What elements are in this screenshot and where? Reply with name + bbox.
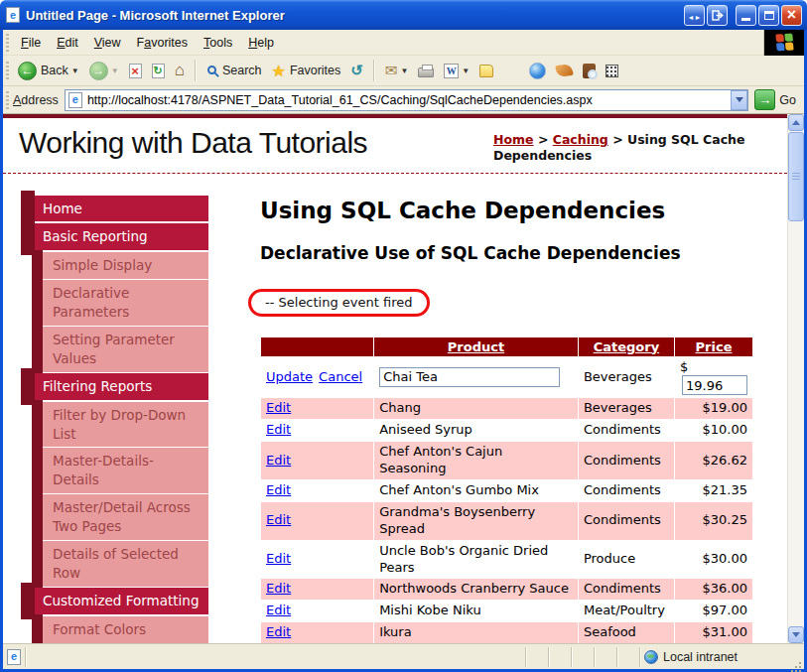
edit-link[interactable]: Edit <box>266 482 291 497</box>
address-label: Address <box>13 93 59 107</box>
sort-category-link[interactable]: Category <box>594 339 659 354</box>
forward-icon: → <box>89 62 108 80</box>
home-button[interactable] <box>170 59 190 82</box>
addon-button[interactable] <box>551 63 578 78</box>
menu-favorites[interactable]: Favorites <box>129 32 196 54</box>
sidebar-item-home[interactable]: Home <box>35 196 208 222</box>
favorites-button[interactable]: Favorites <box>267 60 346 82</box>
toolbar-grip[interactable] <box>6 34 9 52</box>
toolbar-grip[interactable] <box>6 91 9 109</box>
sidebar-nav: Home Basic Reporting Simple Display Decl… <box>21 196 208 644</box>
pixel-grid-icon <box>605 65 618 77</box>
menu-file[interactable]: File <box>13 32 49 54</box>
scrollbar-thumb[interactable] <box>788 132 804 221</box>
sort-product-link[interactable]: Product <box>448 339 504 354</box>
maximize-button[interactable] <box>758 5 779 26</box>
breadcrumb-home-link[interactable]: Home <box>493 132 534 147</box>
sidebar-item-details-of-selected-row[interactable]: Details of Selected Row <box>43 541 208 587</box>
minimize-button[interactable] <box>736 5 756 26</box>
messenger-button[interactable] <box>524 61 551 81</box>
sidebar-item-master-detail-across-two-pages[interactable]: Master/Detail Across Two Pages <box>43 494 208 540</box>
edit-link[interactable]: Edit <box>266 400 291 415</box>
selecting-event-annotation: -- Selecting event fired <box>248 289 430 317</box>
window-arrows-button[interactable] <box>684 5 705 26</box>
update-link[interactable]: Update <box>266 369 313 384</box>
sidebar-item-format-colors[interactable]: Format Colors <box>43 616 208 643</box>
products-gridview: Product Category Price UpdateCancel Beve… <box>260 336 753 644</box>
standard-toolbar: ← Back▼ → ▼ Search Favorites ▼ ▼ <box>3 56 804 86</box>
discuss-button[interactable] <box>474 63 498 79</box>
status-message-pane <box>25 647 525 667</box>
address-input[interactable]: http://localhost:4178/ASPNET_Data_Tutori… <box>65 89 748 111</box>
address-bar: Address http://localhost:4178/ASPNET_Dat… <box>3 86 804 114</box>
refresh-button[interactable] <box>147 62 170 80</box>
sidebar-item-filter-by-dropdown-list[interactable]: Filter by Drop-Down List <box>43 402 208 448</box>
price-input[interactable] <box>682 375 747 395</box>
back-dropdown-icon[interactable]: ▼ <box>71 67 79 75</box>
sidebar-item-master-details-details[interactable]: Master-Details-Details <box>43 448 208 493</box>
edit-link[interactable]: Edit <box>266 551 291 566</box>
word-dropdown-icon[interactable]: ▼ <box>462 67 470 75</box>
page-header: Working with Data Tutorials Home > Cachi… <box>3 118 787 167</box>
sidebar-item-customized-formatting[interactable]: Customized Formatting <box>35 588 208 614</box>
intranet-globe-icon <box>644 650 658 664</box>
toolbar-grip[interactable] <box>6 62 9 79</box>
edit-link[interactable]: Edit <box>266 512 291 527</box>
edit-link[interactable]: Edit <box>266 603 291 617</box>
sidebar-item-simple-display[interactable]: Simple Display <box>43 252 208 279</box>
sidebar-item-setting-parameter-values[interactable]: Setting Parameter Values <box>43 327 208 372</box>
table-row: Edit Chef Anton's Cajun Seasoning Condim… <box>261 442 753 480</box>
scroll-up-button[interactable] <box>788 114 804 131</box>
window-popout-button[interactable] <box>707 5 728 26</box>
print-button[interactable] <box>413 63 439 79</box>
history-button[interactable] <box>345 60 368 81</box>
breadcrumb-caching-link[interactable]: Caching <box>553 132 608 147</box>
fox-icon <box>556 64 575 77</box>
close-button[interactable] <box>781 5 802 26</box>
go-button[interactable] <box>754 89 775 110</box>
scrollbar-track[interactable] <box>788 222 804 626</box>
sidebar-item-filtering-reports[interactable]: Filtering Reports <box>35 373 208 400</box>
ie-page-icon <box>68 92 82 108</box>
sidebar-item-declarative-parameters[interactable]: Declarative Parameters <box>43 280 208 326</box>
search-button[interactable]: Search <box>202 62 267 79</box>
menu-view[interactable]: View <box>86 32 129 54</box>
research-button[interactable] <box>578 62 601 80</box>
scroll-down-button[interactable] <box>788 626 804 643</box>
forward-button[interactable]: → ▼ <box>84 60 124 82</box>
status-pane <box>548 647 571 667</box>
title-bar[interactable]: Untitled Page - Microsoft Internet Explo… <box>0 0 807 30</box>
resize-grip[interactable] <box>788 647 804 667</box>
back-button[interactable]: ← Back▼ <box>13 60 84 82</box>
edit-link[interactable]: Edit <box>266 422 291 437</box>
product-name-input[interactable] <box>379 367 560 387</box>
edit-link[interactable]: Edit <box>266 581 291 596</box>
menu-help[interactable]: Help <box>240 32 282 54</box>
stop-button[interactable] <box>124 62 147 80</box>
search-icon <box>207 66 216 74</box>
address-url[interactable]: http://localhost:4178/ASPNET_Data_Tutori… <box>87 93 731 107</box>
word-icon <box>444 64 459 78</box>
edit-link[interactable]: Edit <box>266 624 291 639</box>
sidebar-item-basic-reporting[interactable]: Basic Reporting <box>35 223 208 250</box>
status-pane <box>594 647 616 667</box>
edit-link[interactable]: Edit <box>266 453 291 468</box>
page-title: Using SQL Cache Dependencies <box>260 198 759 223</box>
menu-edit[interactable]: Edit <box>49 32 86 54</box>
cancel-link[interactable]: Cancel <box>319 369 362 384</box>
edit-with-word-button[interactable]: ▼ <box>439 62 474 80</box>
mail-dropdown-icon[interactable]: ▼ <box>400 67 408 75</box>
vertical-scrollbar[interactable] <box>787 114 804 643</box>
home-icon <box>175 61 185 80</box>
table-row: Edit Grandma's Boysenberry Spread Condim… <box>261 501 753 540</box>
go-label[interactable]: Go <box>779 93 796 107</box>
menu-tools[interactable]: Tools <box>196 32 240 54</box>
mail-button[interactable]: ▼ <box>380 60 414 81</box>
address-dropdown-button[interactable] <box>731 90 747 110</box>
addon-grid-button[interactable] <box>601 63 623 79</box>
breadcrumb: Home > Caching > Using SQL Cache Depende… <box>493 132 759 165</box>
sort-price-link[interactable]: Price <box>696 339 733 354</box>
site-title: Working with Data Tutorials <box>19 126 493 165</box>
printer-icon <box>418 67 434 77</box>
windows-logo-throbber <box>763 30 804 56</box>
